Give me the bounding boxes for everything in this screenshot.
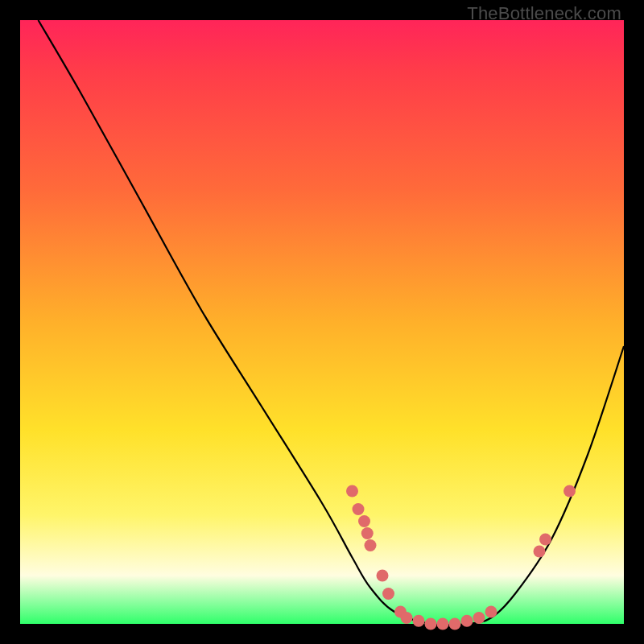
bottleneck-curve (39, 20, 625, 625)
data-point (401, 612, 413, 624)
data-point (425, 618, 437, 630)
data-point (353, 503, 365, 515)
data-point (413, 615, 425, 627)
data-point (449, 618, 461, 630)
data-point (365, 539, 377, 551)
data-point (485, 606, 497, 618)
data-point (473, 612, 485, 624)
data-point (382, 588, 394, 600)
plot-svg (20, 20, 624, 624)
data-point (534, 546, 546, 558)
data-point (346, 485, 358, 497)
data-point (539, 534, 551, 546)
data-point (461, 615, 473, 627)
plot-frame (20, 20, 624, 624)
data-point (564, 485, 576, 497)
data-point (377, 570, 389, 582)
data-point (437, 618, 449, 630)
data-point (358, 515, 370, 527)
data-point (361, 527, 374, 539)
